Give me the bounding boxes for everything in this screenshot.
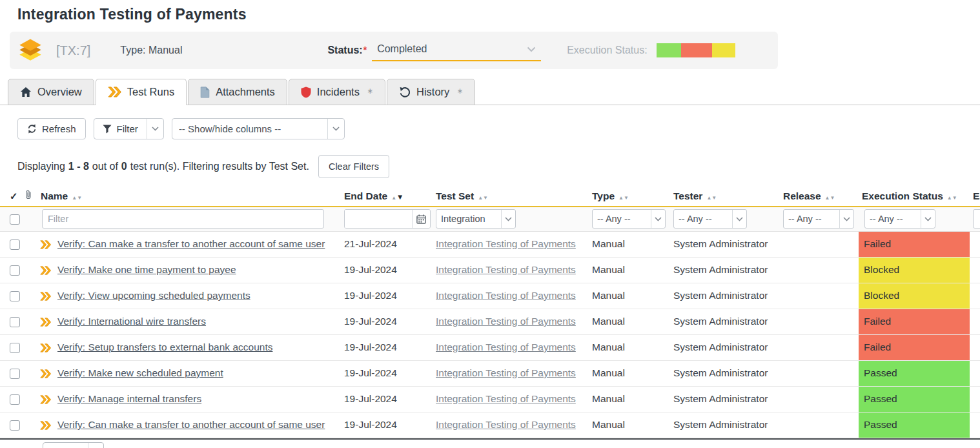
test-run-name-link[interactable]: Verify: Can make a transfer to another a… bbox=[57, 238, 325, 249]
chevron-down-icon bbox=[501, 210, 515, 228]
show-hide-columns-select[interactable]: -- Show/hide columns -- bbox=[172, 118, 345, 139]
test-run-grid: ✓ Name▲▼ End Date▲▼ Test Set▲▼ Type▲▼ Te… bbox=[0, 186, 980, 440]
summary-text: Displaying bbox=[17, 161, 65, 172]
column-header-end-date[interactable]: End Date▲▼ bbox=[341, 186, 433, 207]
test-run-icon bbox=[40, 395, 51, 404]
sort-asc-icon[interactable]: ▲ bbox=[825, 195, 830, 201]
tab-incidents[interactable]: Incidents ∗ bbox=[289, 79, 385, 105]
sort-asc-icon[interactable]: ▲ bbox=[72, 195, 77, 201]
table-row: Verify: Setup transfers to external bank… bbox=[0, 334, 980, 360]
execution-status-filter-select[interactable]: -- Any -- bbox=[864, 209, 935, 229]
column-header-release[interactable]: Release▲▼ bbox=[780, 186, 859, 207]
execution-status-badge: Failed bbox=[859, 232, 970, 257]
row-checkbox[interactable] bbox=[10, 420, 20, 431]
row-checkbox[interactable] bbox=[10, 394, 20, 405]
test-set-link[interactable]: Integration Testing of Payments bbox=[436, 341, 576, 352]
tab-history[interactable]: History ∗ bbox=[387, 79, 475, 105]
row-checkbox[interactable] bbox=[10, 239, 20, 250]
test-run-name-link[interactable]: Verify: Can make a transfer to another a… bbox=[57, 419, 325, 430]
tab-overview[interactable]: Overview bbox=[8, 79, 94, 105]
tab-test-runs[interactable]: Test Runs bbox=[96, 79, 187, 105]
sort-desc-icon[interactable]: ▼ bbox=[952, 195, 957, 201]
tab-marker-icon: ∗ bbox=[456, 87, 463, 96]
release-cell bbox=[780, 412, 859, 438]
artifact-id: [TX:7] bbox=[56, 43, 90, 58]
column-header-execution-status[interactable]: Execution Status▲▼ bbox=[859, 186, 970, 207]
refresh-button[interactable]: Refresh bbox=[17, 118, 86, 139]
tester-filter-select[interactable]: -- Any -- bbox=[673, 209, 747, 229]
test-run-icon bbox=[40, 292, 51, 301]
calendar-icon[interactable] bbox=[412, 210, 430, 228]
table-row: Verify: International wire transfers19-J… bbox=[0, 309, 980, 334]
sort-asc-icon[interactable]: ▲ bbox=[391, 195, 396, 201]
page-size-select[interactable]: 15 bbox=[43, 442, 104, 448]
test-run-icon bbox=[40, 266, 51, 275]
end-date-cell: 19-Jul-2024 bbox=[341, 309, 433, 334]
sort-desc-icon[interactable]: ▼ bbox=[483, 195, 488, 201]
sort-desc-icon[interactable]: ▼ bbox=[396, 193, 403, 201]
row-checkbox[interactable] bbox=[10, 291, 20, 301]
test-set-link[interactable]: Integration Testing of Payments bbox=[436, 419, 576, 430]
chevron-down-icon bbox=[88, 443, 103, 448]
name-filter-input[interactable] bbox=[42, 209, 324, 229]
test-run-name-link[interactable]: Verify: International wire transfers bbox=[57, 316, 206, 327]
execution-status-bar bbox=[657, 43, 735, 57]
sort-asc-icon[interactable]: ▲ bbox=[947, 195, 952, 201]
type-filter-select[interactable]: -- Any -- bbox=[592, 209, 666, 229]
column-header-cutoff[interactable]: Es bbox=[970, 186, 980, 207]
test-run-name-link[interactable]: Verify: Make new scheduled payment bbox=[57, 367, 223, 378]
filter-row-checkbox[interactable] bbox=[10, 214, 20, 225]
filter-dropdown-toggle[interactable] bbox=[147, 119, 163, 139]
refresh-icon bbox=[27, 124, 37, 134]
type-cell: Manual bbox=[589, 309, 670, 334]
clear-filters-button[interactable]: Clear Filters bbox=[318, 155, 389, 178]
row-checkbox[interactable] bbox=[10, 343, 20, 353]
execution-status-badge: Blocked bbox=[859, 283, 970, 309]
test-run-name-link[interactable]: Verify: Setup transfers to external bank… bbox=[57, 341, 272, 352]
type-label: Type: Manual bbox=[120, 45, 182, 56]
end-date-filter-input[interactable] bbox=[345, 210, 412, 228]
filter-button[interactable]: Filter bbox=[94, 119, 147, 139]
column-header-type[interactable]: Type▲▼ bbox=[589, 186, 670, 207]
status-select[interactable]: Completed bbox=[372, 39, 541, 61]
table-row: Verify: Manage internal transfers19-Jul-… bbox=[0, 386, 980, 412]
select-all-header[interactable]: ✓ bbox=[0, 186, 23, 207]
sort-asc-icon[interactable]: ▲ bbox=[478, 195, 483, 201]
test-run-name-link[interactable]: Verify: View upcoming scheduled payments bbox=[57, 290, 250, 301]
test-set-link[interactable]: Integration Testing of Payments bbox=[436, 393, 576, 404]
test-set-link[interactable]: Integration Testing of Payments bbox=[436, 290, 576, 301]
end-date-cell: 19-Jul-2024 bbox=[341, 412, 433, 438]
test-set-link[interactable]: Integration Testing of Payments bbox=[436, 238, 576, 249]
cutoff-filter-input[interactable] bbox=[973, 209, 980, 229]
column-header-tester[interactable]: Tester▲▼ bbox=[670, 186, 780, 207]
test-set-link[interactable]: Integration Testing of Payments bbox=[436, 264, 576, 275]
release-cell bbox=[780, 283, 859, 309]
tab-attachments[interactable]: Attachments bbox=[188, 79, 287, 105]
execution-bar-segment-blocked bbox=[712, 43, 735, 57]
column-header-test-set[interactable]: Test Set▲▼ bbox=[433, 186, 589, 207]
test-set-link[interactable]: Integration Testing of Payments bbox=[436, 316, 576, 327]
row-checkbox[interactable] bbox=[10, 265, 20, 276]
attachment-cell bbox=[23, 360, 37, 386]
column-header-name[interactable]: Name▲▼ bbox=[37, 186, 341, 207]
sort-desc-icon[interactable]: ▼ bbox=[830, 195, 835, 201]
test-set-filter-select[interactable]: Integration bbox=[436, 209, 516, 229]
release-cell bbox=[780, 360, 859, 386]
test-run-icon bbox=[40, 369, 51, 378]
sort-desc-icon[interactable]: ▼ bbox=[711, 195, 717, 201]
sort-desc-icon[interactable]: ▼ bbox=[77, 195, 82, 201]
sort-asc-icon[interactable]: ▲ bbox=[618, 195, 624, 201]
release-filter-select[interactable]: -- Any -- bbox=[783, 209, 854, 229]
sort-desc-icon[interactable]: ▼ bbox=[624, 195, 629, 201]
test-run-name-link[interactable]: Verify: Make one time payment to payee bbox=[57, 264, 236, 275]
header-row: ✓ Name▲▼ End Date▲▼ Test Set▲▼ Type▲▼ Te… bbox=[0, 186, 980, 207]
release-cell bbox=[780, 334, 859, 360]
type-cell: Manual bbox=[589, 231, 670, 257]
test-set-link[interactable]: Integration Testing of Payments bbox=[436, 367, 576, 378]
tester-cell: System Administrator bbox=[670, 386, 780, 412]
row-checkbox[interactable] bbox=[10, 369, 20, 379]
test-run-name-link[interactable]: Verify: Manage internal transfers bbox=[57, 393, 201, 404]
row-checkbox[interactable] bbox=[10, 317, 20, 327]
table-row: Verify: Can make a transfer to another a… bbox=[0, 412, 980, 438]
summary-text: test run(s). Filtering results by Test S… bbox=[130, 161, 309, 172]
